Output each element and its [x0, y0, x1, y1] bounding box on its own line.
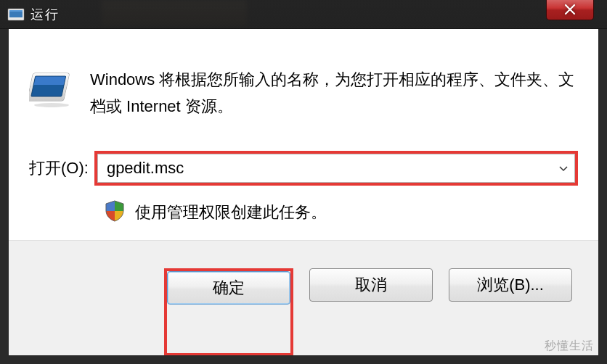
description-text: Windows 将根据您所输入的名称，为您打开相应的程序、文件夹、文档或 Int… [90, 66, 578, 120]
open-input-row: 打开(O): [29, 151, 578, 186]
titlebar: 运行 [0, 0, 607, 29]
ok-button[interactable]: 确定 [167, 271, 290, 305]
ok-button-highlight: 确定 [164, 268, 293, 355]
run-titlebar-icon [7, 8, 25, 21]
description-row: Windows 将根据您所输入的名称，为您打开相应的程序、文件夹、文档或 Int… [29, 66, 578, 120]
svg-rect-7 [33, 76, 66, 85]
svg-rect-2 [9, 10, 23, 12]
run-icon [29, 70, 74, 111]
close-button[interactable] [546, 0, 594, 20]
svg-point-3 [34, 103, 69, 107]
open-input[interactable] [97, 154, 575, 183]
open-label: 打开(O): [29, 157, 89, 179]
admin-note-row: 使用管理权限创建此任务。 [29, 200, 578, 225]
browse-button[interactable]: 浏览(B)... [449, 268, 572, 302]
shield-icon [105, 200, 125, 225]
window-title: 运行 [30, 6, 60, 23]
content-area: Windows 将根据您所输入的名称，为您打开相应的程序、文件夹、文档或 Int… [9, 30, 598, 240]
dialog-body: Windows 将根据您所输入的名称，为您打开相应的程序、文件夹、文档或 Int… [9, 29, 598, 355]
admin-note-text: 使用管理权限创建此任务。 [135, 202, 327, 223]
cancel-button[interactable]: 取消 [309, 268, 433, 302]
watermark: 秒懂生活 [545, 339, 594, 354]
open-combobox[interactable] [94, 151, 578, 186]
button-area: 确定 取消 浏览(B)... [9, 240, 598, 355]
close-icon [564, 4, 576, 15]
